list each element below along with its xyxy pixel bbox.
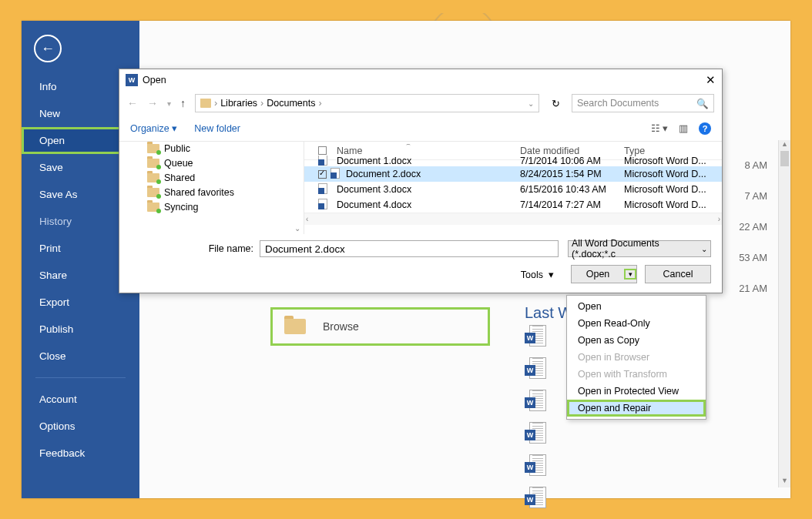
help-icon[interactable]: ? — [699, 122, 711, 135]
recent-doc-icon[interactable]: W — [525, 422, 546, 445]
folder-icon — [147, 159, 159, 168]
word-window: Document4 - Word Mauro Huc. — ▢ ✕ ← Info… — [22, 21, 790, 498]
file-checkbox[interactable] — [318, 170, 327, 179]
tree-item[interactable]: Syncing — [147, 200, 304, 214]
open-option-open-in-browser: Open in Browser — [567, 349, 706, 366]
file-row[interactable]: Document 1.docx7/1/2014 10:06 AMMicrosof… — [304, 156, 722, 166]
search-input[interactable]: Search Documents 🔍 — [572, 94, 714, 112]
tree-item[interactable]: Queue — [147, 156, 304, 170]
nav-back-icon[interactable]: ← — [127, 97, 138, 109]
tree-item[interactable]: Shared favorites — [147, 186, 304, 199]
vertical-scrollbar[interactable]: ▲ ▼ — [778, 140, 790, 487]
new-folder-button[interactable]: New folder — [194, 123, 240, 134]
dialog-title: Open — [143, 75, 166, 85]
search-icon: 🔍 — [696, 98, 709, 109]
bg-time: 21 AM — [739, 283, 767, 313]
refresh-button[interactable]: ↻ — [549, 98, 562, 109]
open-button-label: Open — [572, 269, 624, 280]
bg-time: 8 AM — [739, 159, 767, 190]
bg-time: 7 AM — [739, 190, 767, 221]
cancel-button-label: Cancel — [663, 269, 693, 280]
folder-icon — [147, 188, 159, 197]
open-option-open-with-transform: Open with Transform — [567, 366, 706, 383]
browse-button[interactable]: Browse — [270, 307, 490, 346]
breadcrumb-dropdown-icon[interactable]: ⌄ — [528, 99, 534, 108]
browse-label: Browse — [323, 320, 359, 333]
nav-forward-icon[interactable]: → — [147, 97, 158, 109]
tree-item[interactable]: Public — [147, 142, 304, 156]
bg-time: 22 AM — [739, 221, 767, 252]
view-options-icon[interactable]: ☷ ▾ — [651, 122, 668, 134]
file-row[interactable]: Document 3.docx6/15/2016 10:43 AMMicroso… — [304, 182, 722, 197]
folder-icon — [147, 144, 159, 153]
back-button[interactable]: ← — [34, 35, 62, 62]
chevron-down-icon: ⌄ — [701, 245, 707, 253]
nav-up-icon[interactable]: ↑ — [180, 97, 186, 109]
filename-label: File name: — [130, 243, 260, 254]
horizontal-scrollbar[interactable]: ‹› — [304, 213, 722, 225]
breadcrumb-item[interactable]: Documents — [267, 98, 315, 109]
word-icon: W — [126, 74, 138, 86]
file-row[interactable]: Document 4.docx7/14/2014 7:27 AMMicrosof… — [304, 197, 722, 213]
sidebar-item-close[interactable]: Close — [22, 343, 139, 370]
open-options-menu: OpenOpen Read-OnlyOpen as CopyOpen in Br… — [566, 295, 706, 420]
open-option-open-in-protected-view[interactable]: Open in Protected View — [567, 383, 706, 400]
folder-icon — [147, 173, 159, 182]
select-all-checkbox[interactable] — [318, 146, 327, 155]
sidebar-item-feedback[interactable]: Feedback — [22, 440, 139, 467]
bg-time: 53 AM — [739, 252, 767, 283]
file-row[interactable]: Document 2.docx8/24/2015 1:54 PMMicrosof… — [304, 166, 722, 182]
recent-doc-icon[interactable]: W — [525, 454, 546, 477]
file-list: ⌢ Name Date modified Type Document 1.doc… — [304, 142, 722, 234]
tools-menu[interactable]: Tools ▾ — [521, 269, 554, 280]
col-type[interactable]: Type — [624, 146, 645, 156]
folder-tree[interactable]: PublicQueueSharedShared favoritesSyncing… — [119, 142, 304, 234]
open-option-open-read-only[interactable]: Open Read-Only — [567, 315, 706, 332]
sidebar-item-publish[interactable]: Publish — [22, 316, 139, 343]
tree-scroll-down-icon[interactable]: ⌄ — [294, 224, 300, 233]
filetype-value: All Word Documents (*.docx;*.c — [572, 238, 701, 260]
recent-doc-icon[interactable]: W — [525, 357, 546, 380]
organize-menu[interactable]: Organize ▾ — [130, 122, 177, 134]
breadcrumb-bar[interactable]: › Libraries › Documents › ⌄ — [195, 94, 539, 112]
search-placeholder: Search Documents — [577, 98, 659, 109]
open-button[interactable]: Open ▾ — [571, 265, 637, 283]
breadcrumb-root-icon — [200, 99, 211, 108]
open-button-dropdown[interactable]: ▾ — [624, 269, 636, 280]
recent-doc-icon[interactable]: W — [525, 487, 546, 510]
sidebar-item-account[interactable]: Account — [22, 386, 139, 413]
recent-doc-icon[interactable]: W — [525, 325, 546, 348]
tree-item[interactable]: Shared — [147, 171, 304, 185]
filetype-dropdown[interactable]: All Word Documents (*.docx;*.c ⌄ — [568, 240, 711, 257]
col-date[interactable]: Date modified — [520, 146, 579, 156]
cancel-button[interactable]: Cancel — [645, 265, 711, 283]
recent-doc-icon[interactable]: W — [525, 390, 546, 413]
filename-input[interactable] — [260, 240, 559, 257]
sort-indicator-icon: ⌢ — [406, 140, 411, 149]
dialog-titlebar: W Open ✕ — [119, 69, 722, 91]
breadcrumb-item[interactable]: Libraries — [220, 98, 257, 109]
word-doc-icon — [318, 199, 331, 211]
dialog-close-button[interactable]: ✕ — [706, 73, 716, 87]
nav-recent-icon[interactable]: ▾ — [167, 99, 171, 108]
word-doc-icon — [318, 156, 331, 166]
col-name[interactable]: Name — [337, 146, 362, 156]
word-doc-icon — [318, 183, 331, 196]
open-option-open[interactable]: Open — [567, 298, 706, 315]
open-dialog: W Open ✕ ← → ▾ ↑ › Libraries › Documents… — [119, 69, 723, 293]
preview-pane-icon[interactable]: ▥ — [679, 122, 688, 134]
word-doc-icon — [331, 168, 343, 180]
folder-icon — [284, 319, 306, 334]
open-option-open-and-repair[interactable]: Open and Repair — [567, 400, 706, 417]
sidebar-item-options[interactable]: Options — [22, 413, 139, 440]
folder-icon — [147, 203, 159, 212]
open-option-open-as-copy[interactable]: Open as Copy — [567, 332, 706, 349]
